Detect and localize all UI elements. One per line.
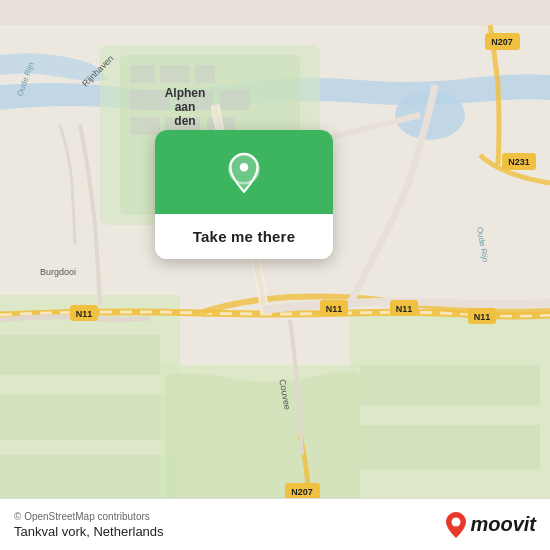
svg-rect-18 bbox=[355, 425, 540, 470]
bottom-bar: © OpenStreetMap contributors Tankval vor… bbox=[0, 498, 550, 550]
svg-text:N207: N207 bbox=[491, 37, 513, 47]
svg-text:N11: N11 bbox=[76, 309, 93, 319]
map-container: N11 N11 N11 N11 N207 N207 N231 Alphen aa… bbox=[0, 0, 550, 550]
take-me-there-button[interactable]: Take me there bbox=[155, 214, 333, 259]
svg-point-47 bbox=[452, 517, 461, 526]
svg-rect-4 bbox=[160, 65, 190, 83]
svg-rect-5 bbox=[195, 65, 215, 83]
moovit-logo: moovit bbox=[445, 511, 536, 539]
svg-rect-15 bbox=[0, 455, 175, 500]
place-name: Tankval vork, Netherlands bbox=[14, 524, 164, 539]
moovit-brand-text: moovit bbox=[470, 513, 536, 536]
svg-text:Burgdooi: Burgdooi bbox=[40, 267, 76, 277]
svg-text:N11: N11 bbox=[396, 304, 413, 314]
svg-point-46 bbox=[240, 163, 248, 171]
svg-rect-14 bbox=[0, 395, 170, 440]
svg-text:Alphen: Alphen bbox=[165, 86, 206, 100]
svg-rect-9 bbox=[130, 117, 160, 135]
svg-text:N11: N11 bbox=[474, 312, 491, 322]
svg-rect-16 bbox=[350, 315, 550, 525]
attribution-text: © OpenStreetMap contributors bbox=[14, 511, 164, 522]
svg-rect-8 bbox=[220, 90, 250, 110]
svg-text:N11: N11 bbox=[326, 304, 343, 314]
svg-text:den: den bbox=[174, 114, 195, 128]
map-background: N11 N11 N11 N11 N207 N207 N231 Alphen aa… bbox=[0, 0, 550, 550]
moovit-pin-icon bbox=[445, 511, 467, 539]
svg-rect-17 bbox=[360, 365, 540, 405]
location-card: Take me there bbox=[155, 130, 333, 259]
svg-rect-13 bbox=[0, 335, 160, 375]
card-icon-area bbox=[155, 130, 333, 214]
svg-text:N207: N207 bbox=[291, 487, 313, 497]
location-pin-icon bbox=[222, 152, 266, 196]
svg-text:N231: N231 bbox=[508, 157, 530, 167]
svg-rect-3 bbox=[130, 65, 155, 83]
svg-text:aan: aan bbox=[175, 100, 196, 114]
